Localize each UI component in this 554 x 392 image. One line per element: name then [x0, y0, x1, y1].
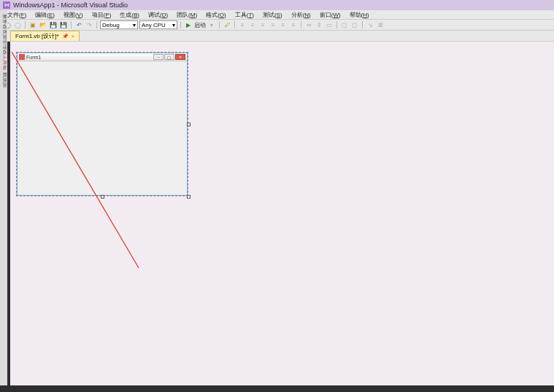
side-panels-svg: 服务器资源管理器 工具箱 数据源 — [1, 11, 7, 230]
form-designer[interactable]: Form1 – ▢ × — [16, 52, 188, 196]
menu-window[interactable]: 窗口(W) — [315, 11, 345, 19]
resize-handle-southeast[interactable] — [187, 195, 191, 199]
align-left-icon[interactable]: ≡ — [238, 20, 247, 29]
toolbar-separator — [234, 21, 235, 28]
save-all-icon[interactable]: 💾 — [59, 20, 68, 29]
svg-marker-1 — [10, 52, 16, 56]
menu-debug[interactable]: 调试(D) — [144, 11, 172, 19]
form-minimize-icon: – — [153, 54, 163, 60]
menu-help[interactable]: 帮助(H) — [345, 11, 374, 19]
grid-icon[interactable]: ⊞ — [376, 20, 385, 29]
redo-icon[interactable]: ↷ — [85, 20, 93, 29]
menu-build[interactable]: 生成(B) — [115, 11, 144, 19]
send-back-icon[interactable]: ▢ — [350, 20, 359, 29]
h-spacing-icon[interactable]: ⇔ — [304, 20, 313, 29]
menu-test[interactable]: 测试(S) — [258, 11, 287, 19]
side-panel-server-explorer: 服务器资源管理器 — [3, 14, 7, 55]
form-maximize-icon: ▢ — [164, 54, 174, 60]
designer-surface[interactable]: Form1 – ▢ × — [10, 42, 554, 385]
align-middle-icon[interactable]: ≡ — [279, 20, 288, 29]
run-dropdown-icon[interactable]: ▾ — [207, 20, 216, 29]
save-icon[interactable]: 💾 — [49, 20, 58, 29]
window-title: WindowsApp1 - Microsoft Visual Studio — [13, 1, 128, 9]
menu-tools[interactable]: 工具(T) — [231, 11, 258, 19]
toolbar-separator — [219, 21, 220, 28]
nav-fwd-icon[interactable]: ◯ — [13, 20, 22, 29]
v-spacing-icon[interactable]: ⇕ — [315, 20, 323, 29]
align-top-icon[interactable]: ≡ — [269, 20, 277, 29]
toolbar-separator — [71, 21, 72, 28]
menu-format[interactable]: 格式(O) — [201, 11, 231, 19]
status-bar — [0, 385, 554, 392]
tab-label: Form1.vb [设计]* — [15, 32, 59, 40]
menu-project[interactable]: 项目(P) — [88, 11, 116, 19]
menu-team[interactable]: 团队(M) — [172, 11, 201, 19]
toolbar: ◯ ◯ ▣ 📂 💾 💾 ↶ ↷ Debug▾ Any CPU▾ ▶ 启动 ▾ 🖊… — [0, 20, 554, 31]
close-icon[interactable]: × — [72, 33, 75, 39]
config-combo[interactable]: Debug▾ — [100, 20, 138, 29]
resize-handle-east[interactable] — [187, 123, 191, 126]
pin-icon[interactable]: 📌 — [62, 34, 69, 39]
toolbar-separator — [180, 21, 181, 28]
toolbar-separator — [362, 21, 363, 28]
resize-handle-south[interactable] — [101, 195, 104, 199]
find-icon[interactable]: 🖊 — [223, 20, 231, 29]
form-window[interactable]: Form1 – ▢ × — [17, 53, 188, 196]
toolbar-separator — [25, 21, 26, 28]
side-panel-toolbox: 工具箱 — [2, 55, 7, 70]
form-close-icon: × — [175, 54, 185, 60]
form-caption-text: Form1 — [26, 55, 41, 60]
tab-order-icon[interactable]: ↘ — [366, 20, 374, 29]
bring-front-icon[interactable]: ▢ — [340, 20, 349, 29]
menu-edit[interactable]: 编辑(E) — [31, 11, 59, 19]
size-same-icon[interactable]: ▭ — [325, 20, 334, 29]
title-bar: ⋈ WindowsApp1 - Microsoft Visual Studio — [0, 0, 554, 10]
align-right-icon[interactable]: ≡ — [258, 20, 267, 29]
toolbar-separator — [96, 21, 97, 28]
undo-icon[interactable]: ↶ — [74, 20, 83, 29]
platform-combo[interactable]: Any CPU▾ — [139, 20, 177, 29]
menu-view[interactable]: 视图(V) — [59, 11, 88, 19]
run-label[interactable]: 启动 — [194, 21, 206, 29]
toolbar-separator — [336, 21, 337, 28]
side-panel-strip: 服务器资源管理器 工具箱 数据源 — [0, 10, 7, 385]
menu-bar: 文件(F) 编辑(E) 视图(V) 项目(P) 生成(B) 调试(D) 团队(M… — [0, 10, 554, 20]
vs-icon: ⋈ — [3, 1, 10, 9]
open-icon[interactable]: 📂 — [39, 20, 47, 29]
menu-analyze[interactable]: 分析(N) — [287, 11, 315, 19]
run-icon[interactable]: ▶ — [184, 20, 193, 29]
side-panel-datasource: 数据源 — [3, 72, 7, 88]
toolbar-separator — [301, 21, 301, 28]
form-icon — [19, 54, 25, 60]
document-tab-well: Form1.vb [设计]* 📌 × — [0, 31, 554, 42]
align-bottom-icon[interactable]: ≡ — [289, 20, 298, 29]
document-tab[interactable]: Form1.vb [设计]* 📌 × — [10, 31, 80, 41]
form-caption-bar: Form1 – ▢ × — [18, 53, 187, 61]
new-project-icon[interactable]: ▣ — [28, 20, 37, 29]
align-center-icon[interactable]: ≡ — [248, 20, 257, 29]
